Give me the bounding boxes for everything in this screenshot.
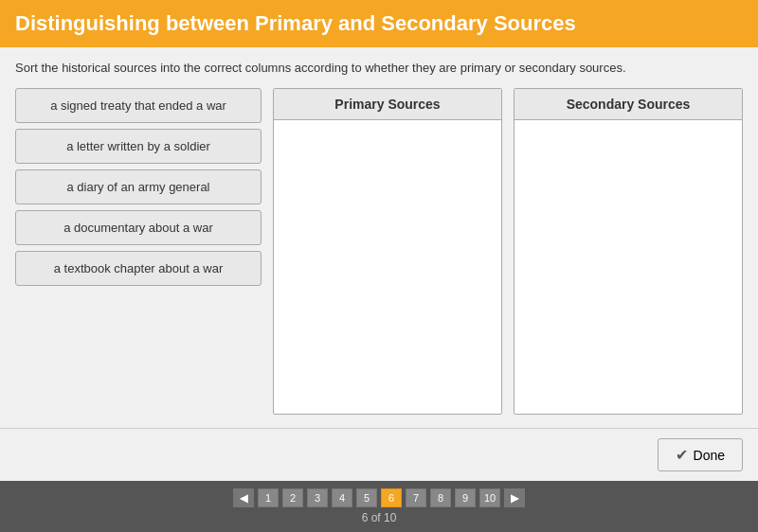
done-label: Done — [694, 448, 725, 463]
next-page-button[interactable]: ▶ — [504, 488, 525, 507]
page-5-button[interactable]: 5 — [356, 488, 377, 507]
done-area: ✔ Done — [0, 428, 758, 481]
secondary-sources-header: Secondary Sources — [514, 89, 742, 120]
page-header: Distinguishing between Primary and Secon… — [0, 0, 758, 47]
checkmark-icon: ✔ — [676, 446, 688, 464]
source-item-1[interactable]: a signed treaty that ended a war — [15, 88, 262, 123]
source-item-2[interactable]: a letter written by a soldier — [15, 129, 262, 164]
source-item-5[interactable]: a textbook chapter about a war — [15, 251, 262, 286]
page-count: 6 of 10 — [362, 511, 397, 524]
page-8-button[interactable]: 8 — [430, 488, 451, 507]
body-area: Sort the historical sources into the cor… — [0, 47, 758, 428]
page-10-button[interactable]: 10 — [479, 488, 500, 507]
prev-page-button[interactable]: ◀ — [233, 488, 254, 507]
page-9-button[interactable]: 9 — [455, 488, 476, 507]
primary-drop-area[interactable] — [274, 120, 501, 414]
source-item-4[interactable]: a documentary about a war — [15, 210, 262, 245]
page-1-button[interactable]: 1 — [258, 488, 279, 507]
secondary-sources-column[interactable]: Secondary Sources — [514, 88, 743, 415]
page-7-button[interactable]: 7 — [406, 488, 426, 507]
secondary-drop-area[interactable] — [514, 120, 742, 414]
page-title: Distinguishing between Primary and Secon… — [15, 11, 576, 35]
instructions-text: Sort the historical sources into the cor… — [15, 61, 743, 75]
page-6-button[interactable]: 6 — [381, 488, 402, 507]
source-item-3[interactable]: a diary of an army general — [15, 169, 262, 204]
done-button[interactable]: ✔ Done — [658, 438, 743, 471]
page-3-button[interactable]: 3 — [307, 488, 328, 507]
footer: ◀ 1 2 3 4 5 6 7 8 9 10 ▶ 6 of 10 — [0, 481, 758, 532]
main-content: Distinguishing between Primary and Secon… — [0, 0, 758, 481]
page-2-button[interactable]: 2 — [282, 488, 303, 507]
source-items-list: a signed treaty that ended a war a lette… — [15, 88, 262, 415]
primary-sources-column[interactable]: Primary Sources — [273, 88, 502, 415]
page-4-button[interactable]: 4 — [332, 488, 352, 507]
columns-area: a signed treaty that ended a war a lette… — [15, 88, 743, 415]
pagination: ◀ 1 2 3 4 5 6 7 8 9 10 ▶ — [233, 488, 525, 507]
primary-sources-header: Primary Sources — [274, 89, 501, 120]
